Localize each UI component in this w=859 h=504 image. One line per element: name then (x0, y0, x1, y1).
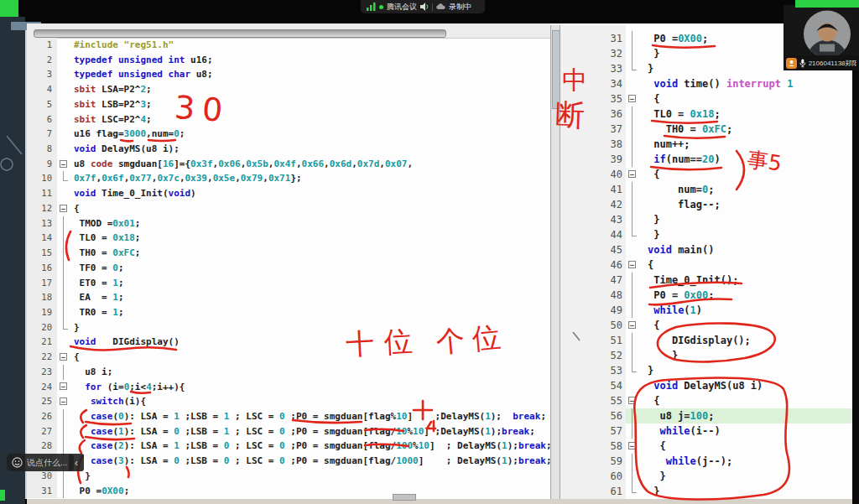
left-panel-vertical-scrollbar[interactable] (550, 25, 560, 499)
fold-toggle[interactable] (626, 167, 644, 182)
code-text: u8 i; (70, 365, 550, 380)
code-line[interactable]: 47 Time_0_Init(); (560, 273, 852, 288)
code-line[interactable]: 12{ (27, 201, 550, 216)
fold-toggle[interactable] (57, 157, 70, 172)
code-text: { (70, 201, 550, 216)
code-line[interactable]: 50 { (560, 318, 852, 333)
code-line[interactable]: 35 { (560, 91, 852, 107)
code-line[interactable]: 59 while(j--); (560, 454, 852, 469)
fold-rail (626, 137, 644, 152)
fold-toggle[interactable] (626, 91, 644, 107)
webcam-thumbnail[interactable]: 2106041138郑阳 (784, 5, 859, 70)
code-line[interactable]: 39 if(num==20) (560, 152, 852, 167)
code-line[interactable]: 52 } (560, 348, 852, 363)
code-line[interactable]: 58 { (560, 439, 852, 454)
code-line[interactable]: 28 case(2): LSA = 1 ;LSB = 0 ; LSC = 0 ;… (27, 439, 550, 454)
code-line[interactable]: 8void DelayMS(u8 i); (27, 142, 550, 157)
code-line[interactable]: 41 num=0; (560, 182, 852, 197)
fold-toggle[interactable] (57, 201, 70, 216)
code-line[interactable]: 51 DIGdisplay(); (560, 333, 852, 348)
code-line[interactable]: 53} (560, 363, 852, 378)
code-line[interactable]: 27 case(1): LSA = 0 ;LSB = 1 ; LSC = 0 ;… (27, 424, 550, 439)
code-line[interactable]: 60 } (560, 469, 852, 484)
code-line[interactable]: 14 TL0 = 0x18; (27, 231, 550, 246)
code-line[interactable]: 24 for (i=0;i<4;i++){ (27, 380, 550, 395)
code-text: sbit LSC=P2^4; (70, 112, 550, 127)
code-panel-right: 31 P0 =0X00;32 }33}34 void time() interr… (560, 31, 852, 499)
code-text: { (644, 318, 852, 333)
code-line[interactable]: 9u8 code smgduan[16]={0x3f,0x06,0x5b,0x4… (27, 157, 550, 172)
share-border-top-right (795, 0, 859, 8)
code-text: num=0; (644, 182, 852, 197)
fold-toggle[interactable] (626, 393, 644, 408)
code-line[interactable]: 43 } (560, 212, 852, 227)
code-line[interactable]: 55 { (560, 393, 852, 408)
code-line[interactable]: 61 } (560, 484, 852, 499)
code-line[interactable]: 45void main() (560, 242, 852, 257)
fold-toggle[interactable] (626, 257, 644, 273)
code-line[interactable]: 40 { (560, 167, 852, 182)
code-line[interactable]: 42 flag--; (560, 197, 852, 212)
code-line[interactable]: 20} (27, 320, 550, 335)
scrollbar-thumb[interactable] (552, 30, 560, 109)
code-text: u8 code smgduan[16]={0x3f,0x06,0x5b,0x4f… (70, 157, 550, 172)
code-line[interactable]: 13 TMOD =0x01; (27, 216, 550, 231)
code-line[interactable]: 17 ET0 = 1; (27, 276, 550, 291)
chat-input[interactable]: 说点什么... (7, 454, 74, 471)
code-line[interactable]: 23 u8 i; (27, 365, 550, 380)
mic-icon[interactable] (799, 59, 806, 68)
code-line[interactable]: 46{ (560, 257, 852, 273)
code-line[interactable]: 26 case(0): LSA = 1 ;LSB = 1 ; LSC = 0 ;… (27, 409, 550, 424)
fold-rail (626, 182, 644, 197)
code-line[interactable]: 31 P0 =0X00; (27, 484, 550, 499)
code-line[interactable]: 21void DIGdisplay() (27, 335, 550, 350)
code-line[interactable]: 48 P0 = 0x00; (560, 288, 852, 303)
fold-rail (57, 171, 70, 186)
code-line[interactable]: 57 while(i--) (560, 423, 852, 439)
code-line[interactable]: 5sbit LSB=P2^3; (27, 97, 550, 112)
recording-label: 录制中 (449, 2, 471, 13)
code-text: case(2): LSA = 1 ;LSB = 0 ; LSC = 0 ;P0 … (70, 439, 550, 454)
code-line[interactable]: 6sbit LSC=P2^4; (27, 112, 550, 127)
editor-horizontal-scrollbar[interactable] (34, 29, 446, 38)
speaker-icon[interactable] (420, 3, 429, 11)
code-line[interactable]: 22{ (27, 350, 550, 365)
code-text: while(i--) (644, 423, 852, 439)
code-line[interactable]: 38 num++; (560, 137, 852, 152)
code-line[interactable]: 4sbit LSA=P2^2; (27, 82, 550, 97)
line-number: 14 (27, 231, 57, 246)
fold-rail (626, 423, 644, 439)
code-line[interactable]: 49 while(1) (560, 303, 852, 318)
code-line[interactable]: 1#include "reg51.h" (27, 38, 550, 53)
code-line[interactable]: 36 TL0 = 0x18; (560, 107, 852, 122)
code-line[interactable]: 29 case(3): LSA = 0 ;LSB = 0 ; LSC = 0 ;… (27, 454, 550, 469)
fold-toggle[interactable] (626, 318, 644, 333)
smiley-icon[interactable] (12, 457, 23, 468)
code-line[interactable]: 2typedef unsigned int u16; (27, 53, 550, 68)
code-line[interactable]: 7u16 flag=3000,num=0; (27, 127, 550, 142)
code-line[interactable]: 56 u8 j=100; (560, 408, 852, 423)
code-line[interactable]: 25 switch(i){ (27, 394, 550, 409)
code-line[interactable]: 19 TR0 = 1; (27, 305, 550, 320)
fold-rail (57, 112, 70, 127)
webcam-avatar (803, 10, 851, 62)
fold-rail (57, 67, 70, 82)
chat-collapse-button[interactable]: ‹ (69, 454, 84, 471)
code-line[interactable]: 15 TH0 = 0xFC; (27, 246, 550, 261)
code-line[interactable]: 18 EA = 1; (27, 290, 550, 305)
meeting-toolbar[interactable]: 腾讯会议 录制中 (361, 0, 485, 13)
code-line[interactable]: 37 TH0 = 0xFC; (560, 122, 852, 137)
fold-toggle[interactable] (57, 394, 70, 409)
fold-toggle[interactable] (57, 380, 70, 395)
code-line[interactable]: 54 void DelayMS(u8 i) (560, 378, 852, 393)
fold-toggle[interactable] (57, 350, 70, 365)
fold-toggle[interactable] (626, 439, 644, 454)
code-line[interactable]: 34 void time() interrupt 1 (560, 76, 852, 91)
code-text: void time() interrupt 1 (644, 76, 852, 91)
code-line[interactable]: 44 } (560, 227, 852, 242)
code-line[interactable]: 3typedef unsigned char u8; (27, 67, 550, 82)
code-line[interactable]: 30 } (27, 469, 550, 484)
code-line[interactable]: 16 TF0 = 0; (27, 261, 550, 276)
code-line[interactable]: 100x7f,0x6f,0x77,0x7c,0x39,0x5e,0x79,0x7… (27, 171, 550, 186)
code-line[interactable]: 11void Time_0_Init(void) (27, 186, 550, 201)
